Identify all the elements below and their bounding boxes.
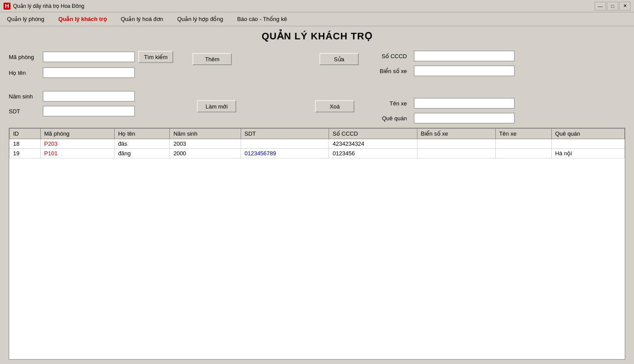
table-cell: P203: [41, 139, 115, 149]
right-column: Số CCCD Biển số xe Tên xe Quê quán: [359, 51, 625, 123]
col-bien-so-xe: Biển số xe: [417, 129, 495, 139]
table-cell: 0123456789: [241, 149, 329, 158]
close-button[interactable]: ✕: [619, 2, 630, 10]
table-body: 18P203đâs2003423423432419P101đăng2000012…: [10, 139, 625, 158]
que-quan-label: Quê quán: [368, 115, 407, 122]
nam-sinh-row: Năm sinh: [9, 91, 188, 102]
so-cccd-row: Số CCCD: [368, 51, 625, 61]
menu-item-bao-cao-thong-ke[interactable]: Báo cáo - Thống kê: [235, 14, 290, 24]
bien-so-xe-input[interactable]: [414, 66, 515, 76]
table-cell: đăng: [114, 149, 170, 158]
title-bar-left: H Quản lý dãy nhà trọ Hoa Đông: [4, 3, 84, 10]
ten-xe-input[interactable]: [414, 98, 515, 108]
app-icon: H: [4, 3, 11, 10]
sdt-row: SDT: [9, 106, 188, 116]
ho-ten-input[interactable]: [43, 67, 135, 78]
col-ma-phong: Mã phòng: [41, 129, 115, 139]
title-bar-controls: — □ ✕: [595, 2, 630, 10]
bien-so-xe-row: Biển số xe: [368, 66, 625, 76]
table-cell: 18: [10, 139, 41, 149]
menu-bar: Quản lý phòng Quản lý khách trọ Quản lý …: [0, 12, 634, 26]
data-table-container: ID Mã phòng Họ tên Năm sinh SDT Số CCCD …: [9, 128, 625, 360]
table-cell: P101: [41, 149, 115, 158]
main-window: H Quản lý dãy nhà trọ Hoa Đông — □ ✕ Quả…: [0, 0, 634, 364]
table-cell: 19: [10, 149, 41, 158]
so-cccd-input[interactable]: [414, 51, 515, 61]
maximize-button[interactable]: □: [607, 2, 618, 10]
menu-item-quan-ly-khach-tro[interactable]: Quản lý khách trọ: [56, 14, 109, 24]
menu-item-quan-ly-hoa-don[interactable]: Quản lý hoá đơn: [118, 14, 166, 24]
table-header-row: ID Mã phòng Họ tên Năm sinh SDT Số CCCD …: [10, 129, 625, 139]
bien-so-xe-label: Biển số xe: [368, 68, 407, 74]
sdt-label: SDT: [9, 108, 39, 115]
table-cell: [551, 139, 624, 149]
col-que-quan: Quê quán: [551, 129, 624, 139]
table-cell: [417, 149, 495, 158]
left-column: Mã phòng Tìm kiếm Họ tên Năm sinh: [9, 51, 193, 123]
sua-button[interactable]: Sửa: [319, 53, 359, 65]
so-cccd-label: Số CCCD: [368, 53, 407, 60]
que-quan-input[interactable]: [414, 113, 515, 123]
col-sdt: SDT: [241, 129, 329, 139]
ten-xe-row: Tên xe: [368, 98, 625, 108]
que-quan-row: Quê quán: [368, 113, 625, 123]
col-ho-ten: Họ tên: [114, 129, 170, 139]
table-cell: 4234234324: [329, 139, 417, 149]
them-button[interactable]: Thêm: [193, 53, 232, 65]
menu-item-quan-ly-hop-dong[interactable]: Quản lý hợp đồng: [175, 14, 226, 24]
table-cell: 2000: [170, 149, 241, 158]
col-id: ID: [10, 129, 41, 139]
table-cell: Hà nội: [551, 149, 624, 158]
col-so-cccd: Số CCCD: [329, 129, 417, 139]
table-cell: 0123456: [329, 149, 417, 158]
data-table: ID Mã phòng Họ tên Năm sinh SDT Số CCCD …: [9, 128, 625, 158]
ma-phong-row: Mã phòng Tìm kiếm: [9, 51, 188, 63]
table-cell: [417, 139, 495, 149]
minimize-button[interactable]: —: [595, 2, 606, 10]
col-nam-sinh: Năm sinh: [170, 129, 241, 139]
table-row[interactable]: 18P203đâs20034234234324: [10, 139, 625, 149]
ten-xe-label: Tên xe: [368, 100, 407, 107]
col-ten-xe: Tên xe: [495, 129, 551, 139]
ma-phong-label: Mã phòng: [9, 54, 39, 60]
table-cell: [495, 139, 551, 149]
lam-moi-button[interactable]: Làm mới: [197, 100, 236, 112]
table-row[interactable]: 19P101đăng200001234567890123456Hà nội: [10, 149, 625, 158]
tim-kiem-button[interactable]: Tìm kiếm: [138, 51, 173, 63]
nam-sinh-input[interactable]: [43, 91, 135, 102]
ho-ten-label: Họ tên: [9, 70, 39, 76]
table-cell: 2003: [170, 139, 241, 149]
table-cell: đâs: [114, 139, 170, 149]
ho-ten-row: Họ tên: [9, 67, 188, 78]
table-cell: [241, 139, 329, 149]
xoa-button[interactable]: Xoá: [315, 100, 354, 112]
menu-item-quan-ly-phong[interactable]: Quản lý phòng: [4, 14, 47, 24]
content-area: QUẢN LÝ KHÁCH TRỌ Mã phòng Tìm kiếm Họ t…: [0, 26, 634, 364]
nam-sinh-label: Năm sinh: [9, 93, 39, 100]
sdt-input[interactable]: [43, 106, 135, 116]
ma-phong-input[interactable]: [43, 52, 135, 62]
page-title: QUẢN LÝ KHÁCH TRỌ: [9, 31, 625, 42]
table-cell: [495, 149, 551, 158]
title-bar-text: Quản lý dãy nhà trọ Hoa Đông: [13, 3, 84, 9]
middle-column: Thêm Sửa Làm mới Xoá: [193, 51, 359, 123]
title-bar: H Quản lý dãy nhà trọ Hoa Đông — □ ✕: [0, 0, 634, 12]
